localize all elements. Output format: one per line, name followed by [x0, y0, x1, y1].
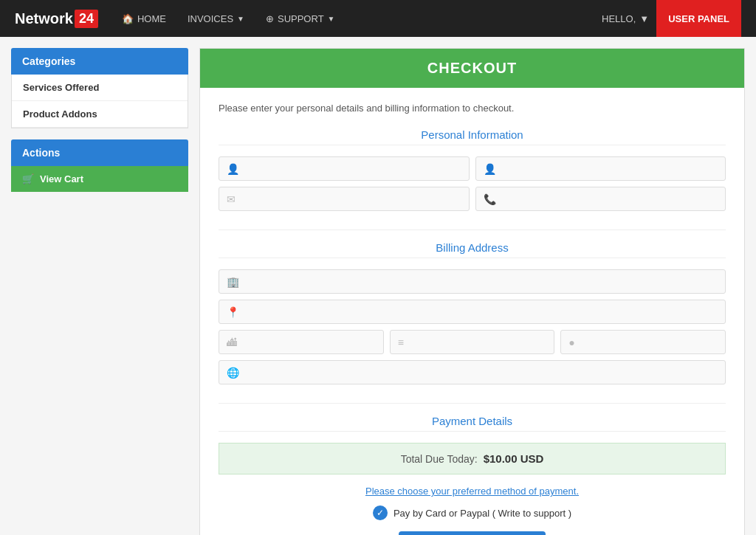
building-icon: 🏢 [227, 276, 239, 288]
phone-icon: 📞 [484, 193, 496, 205]
billing-address-title: Billing Address [219, 241, 726, 258]
nav-right: HELLO, ▼ USER PANEL [602, 0, 741, 37]
company-input[interactable] [245, 270, 718, 293]
country-input[interactable] [245, 361, 718, 384]
zip-input[interactable] [581, 331, 718, 353]
email-input[interactable] [241, 187, 461, 210]
hello-caret-icon: ▼ [639, 13, 649, 24]
first-name-wrapper: 👤 [219, 156, 470, 181]
checkout-body: Please enter your personal details and b… [200, 88, 744, 535]
personal-info-title: Personal Information [219, 128, 726, 145]
sidebar: Categories Services Offered Product Addo… [11, 48, 188, 535]
state-icon: ≡ [398, 336, 404, 348]
phone-wrapper: 📞 [475, 187, 726, 211]
checkout-content: CHECKOUT Please enter your personal deta… [199, 48, 745, 535]
invoices-caret-icon: ▼ [237, 15, 244, 23]
city-input[interactable] [243, 331, 376, 353]
location-icon: 📍 [227, 306, 239, 318]
email-wrapper: ✉ [219, 187, 470, 211]
brand-24-text: 24 [75, 10, 98, 28]
total-due-box: Total Due Today: $10.00 USD [219, 443, 726, 474]
address-wrapper: 📍 [219, 300, 726, 324]
section-divider-1 [219, 229, 726, 230]
company-wrapper: 🏢 [219, 269, 726, 294]
main-container: Categories Services Offered Product Addo… [0, 37, 756, 535]
complete-order-wrapper: Complete Order ➤ [219, 531, 726, 535]
home-icon: 🏠 [122, 13, 134, 24]
nav-hello: HELLO, ▼ [602, 13, 649, 24]
actions-title: Actions [11, 139, 188, 166]
first-name-input[interactable] [245, 157, 461, 180]
state-wrapper: ≡ [390, 330, 555, 354]
city-state-zip-row: 🏙 ≡ ● [219, 330, 726, 354]
navbar: Network 24 🏠 HOME INVOICES ▼ ⊕ SUPPORT ▼… [0, 0, 756, 37]
payment-details-title: Payment Details [219, 415, 726, 432]
view-cart-button[interactable]: 🛒 View Cart [11, 166, 188, 192]
zip-wrapper: ● [560, 330, 726, 354]
globe-field-icon: 🌐 [227, 367, 239, 379]
billing-grid: 🏢 📍 🏙 ≡ [219, 269, 726, 384]
personal-info-section: Personal Information 👤 👤 ✉ [219, 128, 726, 211]
payment-option: ✓ Pay by Card or Paypal ( Write to suppo… [219, 505, 726, 520]
payment-choose-text[interactable]: Please choose your preferred method of p… [219, 486, 726, 497]
person-icon-2: 👤 [484, 163, 496, 175]
categories-title: Categories [11, 48, 188, 75]
person-icon: 👤 [227, 163, 239, 175]
email-icon: ✉ [227, 193, 236, 205]
total-due-label: Total Due Today: [401, 453, 478, 465]
last-name-wrapper: 👤 [475, 156, 726, 181]
support-caret-icon: ▼ [328, 15, 335, 23]
checkout-header: CHECKOUT [200, 49, 744, 88]
nav-links: 🏠 HOME INVOICES ▼ ⊕ SUPPORT ▼ [113, 0, 587, 37]
state-input[interactable] [410, 331, 547, 353]
city-wrapper: 🏙 [219, 330, 384, 354]
city-icon: 🏙 [227, 336, 237, 348]
brand-logo[interactable]: Network 24 [15, 10, 98, 28]
payment-option-label: Pay by Card or Paypal ( Write to support… [394, 508, 571, 519]
sidebar-item-product-addons[interactable]: Product Addons [12, 101, 188, 128]
payment-check-icon: ✓ [373, 505, 388, 520]
complete-order-button[interactable]: Complete Order ➤ [399, 531, 545, 535]
sidebar-categories-links: Services Offered Product Addons [11, 75, 188, 128]
zip-icon: ● [568, 336, 574, 348]
section-divider-2 [219, 403, 726, 404]
billing-address-section: Billing Address 🏢 📍 🏙 [219, 241, 726, 384]
nav-invoices[interactable]: INVOICES ▼ [179, 0, 253, 37]
nav-support[interactable]: ⊕ SUPPORT ▼ [257, 0, 344, 37]
globe-icon: ⊕ [266, 13, 274, 24]
brand-network-text: Network [15, 10, 73, 27]
phone-input[interactable] [502, 187, 718, 210]
total-due-amount: $10.00 USD [484, 452, 544, 465]
sidebar-item-services-offered[interactable]: Services Offered [12, 75, 188, 101]
country-wrapper: 🌐 [219, 360, 726, 384]
address-input[interactable] [245, 300, 718, 323]
checkout-intro: Please enter your personal details and b… [219, 103, 726, 114]
payment-details-section: Payment Details Total Due Today: $10.00 … [219, 415, 726, 535]
nav-home[interactable]: 🏠 HOME [113, 0, 175, 37]
personal-info-grid: 👤 👤 ✉ 📞 [219, 156, 726, 211]
cart-icon: 🛒 [22, 173, 34, 184]
user-panel-button[interactable]: USER PANEL [656, 0, 741, 37]
last-name-input[interactable] [502, 157, 718, 180]
